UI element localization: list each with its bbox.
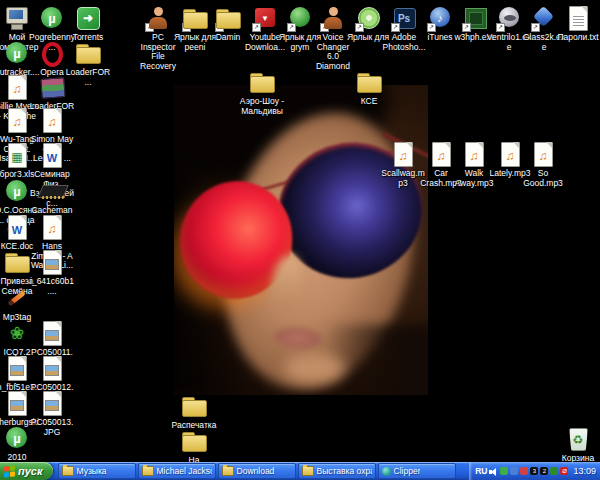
wallpaper-image xyxy=(174,85,428,395)
disc-green-icon: ↗ xyxy=(353,4,383,32)
recycle-icon: ♻ xyxy=(563,425,593,453)
clipper-icon xyxy=(382,467,391,476)
utorrent-icon: µ xyxy=(2,424,32,452)
task-button-label: Clipper xyxy=(394,466,421,476)
start-button[interactable]: пуск xyxy=(0,462,53,480)
doc-image-icon xyxy=(37,248,67,276)
icon-label: Аэро-Шоу - Мальдивы xyxy=(240,97,284,116)
desktop-icon-recycle-bin[interactable]: ♻Корзина xyxy=(555,425,600,464)
doc-text-icon xyxy=(563,4,593,32)
shortcut-arrow-icon: ↗ xyxy=(215,23,224,32)
folder-icon xyxy=(179,392,209,420)
clock[interactable]: 13:09 xyxy=(573,466,596,476)
task-button-label: Выставка охранной р... xyxy=(317,466,372,476)
doc-image-icon xyxy=(37,319,67,347)
folder-icon xyxy=(2,248,32,276)
folder-icon xyxy=(302,466,314,476)
folder-icon xyxy=(62,466,74,476)
taskbar: пуск МузыкаMichael JacksonDownloadВыстав… xyxy=(0,462,600,480)
red-app-icon: ▼↗ xyxy=(250,4,280,32)
desktop: Мой компьютерµPogrebenny...➜Torrents↗PC … xyxy=(0,0,600,480)
desktop-icon-kse-folder[interactable]: КСЕ xyxy=(346,68,392,107)
folder-icon: ↗ xyxy=(213,4,243,32)
tray-red-app-icon[interactable] xyxy=(520,467,528,475)
task-muzyka[interactable]: Музыка xyxy=(58,463,136,479)
doc-music-icon: ♫ xyxy=(2,73,32,101)
shortcut-arrow-icon: ↗ xyxy=(252,23,261,32)
doc-image-icon xyxy=(2,389,32,417)
task-button-label: Michael Jackson xyxy=(157,466,212,476)
doc-image-icon xyxy=(2,354,32,382)
winrar-icon xyxy=(37,73,67,101)
doc-music-icon: ♫ xyxy=(2,106,32,134)
task-button-label: Музыка xyxy=(77,466,107,476)
desktop-icon-paroli-txt[interactable]: Пароли.txt xyxy=(555,4,600,43)
itunes-icon: ♪↗ xyxy=(425,4,455,32)
tray-utorrent-icon[interactable] xyxy=(500,467,508,475)
shortcut-arrow-icon: ↗ xyxy=(391,23,400,32)
doc-image-icon xyxy=(37,389,67,417)
chip-icon xyxy=(37,177,67,205)
icon-label: iTunes xyxy=(427,33,452,43)
volume-icon[interactable] xyxy=(489,467,498,476)
tray-green-badge[interactable] xyxy=(550,467,558,475)
task-vystavka[interactable]: Выставка охранной р... xyxy=(298,463,376,479)
doc-music-icon: ♫ xyxy=(37,106,67,134)
desktop-icon-raspechatka[interactable]: Распечатка xyxy=(171,392,217,431)
tray-blocked-icon[interactable]: Ø xyxy=(560,467,568,475)
icq-icon: ❀ xyxy=(2,319,32,347)
folder-icon xyxy=(142,466,154,476)
doc-word-icon: W xyxy=(2,213,32,241)
ps-icon: Ps↗ xyxy=(389,4,419,32)
doc-music-icon: ♫ xyxy=(37,213,67,241)
windows-logo-icon xyxy=(4,465,15,477)
task-buttons: МузыкаMichael JacksonDownloadВыставка ох… xyxy=(58,463,470,479)
shortcut-arrow-icon: ↗ xyxy=(496,23,505,32)
folder-icon xyxy=(73,39,103,67)
green-arrow-icon: ➜ xyxy=(73,4,103,32)
tray-counter-3[interactable]: 3 xyxy=(530,467,538,475)
utorrent-icon: µ xyxy=(37,4,67,32)
utorrent-icon: µ xyxy=(2,177,32,205)
tray-counter-2[interactable]: 2 xyxy=(540,467,548,475)
folder-icon xyxy=(222,466,234,476)
person-icon: ↗ xyxy=(143,4,173,32)
icon-label: КСЕ xyxy=(361,97,378,107)
shortcut-arrow-icon: ↗ xyxy=(531,23,540,32)
desktop-icon-torrents[interactable]: ➜Torrents xyxy=(65,4,111,43)
task-download[interactable]: Download xyxy=(218,463,296,479)
doc-music-icon: ♫ xyxy=(388,140,418,168)
shortcut-arrow-icon: ↗ xyxy=(287,23,296,32)
utorrent-icon: µ xyxy=(2,39,32,67)
folder-icon xyxy=(179,427,209,455)
tray-blue-app-icon[interactable] xyxy=(510,467,518,475)
shortcut-arrow-icon: ↗ xyxy=(462,23,471,32)
tray-icons: 32Ø xyxy=(500,467,568,475)
doc-word-icon: W xyxy=(37,141,67,169)
shortcut-arrow-icon: ↗ xyxy=(320,23,329,32)
person-icon: ↗ xyxy=(318,4,348,32)
task-button-label: Download xyxy=(237,466,275,476)
doc-image-icon xyxy=(37,354,67,382)
task-michael-jackson[interactable]: Michael Jackson xyxy=(138,463,216,479)
opera-icon xyxy=(37,39,67,67)
shortcut-arrow-icon: ↗ xyxy=(182,23,191,32)
icon-label: So Good.mp3 xyxy=(520,169,566,188)
shortcut-arrow-icon: ↗ xyxy=(145,23,154,32)
desktop-icon-aero-show-maldivy[interactable]: Аэро-Шоу - Мальдивы xyxy=(239,68,285,116)
folder-icon xyxy=(354,68,384,96)
desktop-icon-so-good-mp3[interactable]: ♫So Good.mp3 xyxy=(520,140,566,188)
language-indicator[interactable]: RU xyxy=(475,466,487,476)
doc-excel-icon: ▦ xyxy=(2,141,32,169)
desktop-icon-mp3tag[interactable]: Mp3tag xyxy=(0,284,40,323)
system-tray: RU 32Ø 13:09 xyxy=(469,462,600,480)
brush-icon xyxy=(2,284,32,312)
start-button-label: пуск xyxy=(18,465,43,477)
doc-music-icon: ♫ xyxy=(459,140,489,168)
desktop-icon-cacheman[interactable]: Cacheman xyxy=(29,177,75,216)
shortcut-arrow-icon: ↗ xyxy=(427,23,436,32)
folder-icon xyxy=(247,68,277,96)
icon-label: Damin xyxy=(216,33,241,43)
task-clipper[interactable]: Clipper xyxy=(378,463,456,479)
computer-icon xyxy=(2,4,32,32)
